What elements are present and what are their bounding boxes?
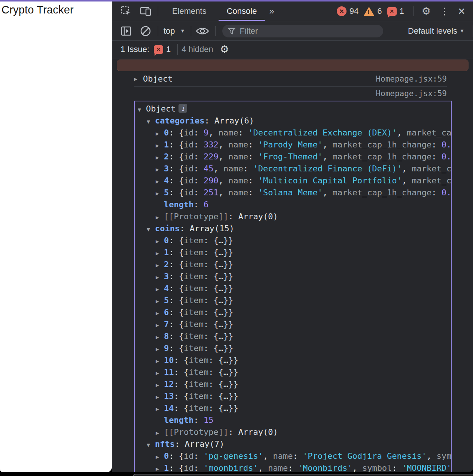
expand-arrow-icon[interactable]: ▶ [156, 427, 164, 438]
tab-elements[interactable]: Elements [162, 1, 217, 21]
issue-bar-label[interactable]: 1 Issue: [120, 45, 149, 54]
tree-row[interactable]: ▶1: {item: {…}} [135, 247, 451, 259]
expand-arrow-icon[interactable]: ▶ [156, 451, 164, 462]
warning-count-icon[interactable]: ! [364, 7, 374, 16]
inspect-element-button[interactable] [120, 6, 132, 17]
expand-arrow-icon[interactable]: ▶ [156, 391, 164, 402]
tree-row[interactable]: ▶8: {item: {…}} [135, 330, 451, 342]
issues-icon[interactable]: ✕ [387, 7, 397, 16]
filter-placeholder: Filter [239, 26, 258, 36]
console-settings-gear-icon[interactable]: ⚙ [220, 43, 229, 55]
collapse-arrow-icon[interactable]: ▼ [147, 116, 155, 127]
live-expression-button[interactable] [195, 26, 210, 36]
tree-segment-plain: : { [169, 140, 184, 149]
tree-row[interactable]: ▼categories: Array(6) [135, 115, 451, 127]
expand-arrow-icon[interactable]: ▶ [156, 152, 164, 163]
tree-row[interactable]: ▶11: {item: {…}} [135, 366, 451, 378]
expand-arrow-icon[interactable]: ▶ [156, 259, 164, 271]
tree-segment-key: coins [155, 224, 180, 233]
tree-row[interactable]: ▶5: {item: {…}} [135, 295, 451, 306]
screen: Crypto Tracker Elements Con [0, 0, 473, 476]
expand-arrow-icon[interactable]: ▶ [156, 283, 164, 295]
tree-row[interactable]: ▶[[Prototype]]: Array(0) [135, 426, 451, 438]
tree-row[interactable]: ▶7: {item: {…}} [135, 318, 451, 330]
close-devtools-icon[interactable]: ✕ [458, 6, 466, 17]
device-toolbar-button[interactable] [139, 6, 152, 17]
source-link[interactable]: Homepage.jsx:59 [376, 74, 447, 83]
tree-row[interactable]: ▼coins: Array(15) [135, 223, 451, 235]
context-selector[interactable]: top ▼ [162, 26, 185, 36]
expand-arrow-icon[interactable]: ▶ [156, 403, 164, 414]
more-tabs-button[interactable]: » [269, 6, 274, 16]
expand-arrow-icon[interactable]: ▶ [156, 271, 164, 283]
more-options-kebab-icon[interactable]: ⋮ [440, 6, 449, 17]
expand-arrow-icon[interactable]: ▶ [156, 247, 164, 259]
tree-segment-gkey: item [184, 344, 204, 353]
tree-segment-plain: : { [174, 403, 189, 413]
expand-arrow-icon[interactable]: ▶ [156, 331, 164, 342]
tree-row[interactable]: ▼Objecti [135, 103, 451, 115]
tree-segment-gkey: id [184, 152, 194, 161]
tree-row[interactable]: ▶4: {id: 290, name: 'Multicoin Capital P… [135, 175, 451, 187]
collapse-arrow-icon[interactable]: ▼ [147, 439, 155, 450]
expand-arrow-icon[interactable]: ▶ [156, 367, 164, 378]
expand-arrow-icon[interactable]: ▶ [156, 128, 164, 139]
tree-row[interactable]: ▶2: {id: 229, name: 'Frog-Themed', marke… [135, 151, 451, 163]
expand-arrow-icon[interactable]: ▶ [156, 211, 164, 223]
tree-row[interactable]: ▼nfts: Array(7) [135, 438, 451, 450]
tree-row[interactable]: ▶10: {item: {…}} [135, 354, 451, 366]
tree-row[interactable]: ▶3: {id: 45, name: 'Decentralized Financ… [135, 163, 451, 175]
tree-segment-gkey: market_cap_1h_change [332, 152, 431, 161]
console-error-message[interactable]: failed: [117, 59, 469, 71]
expand-arrow-icon[interactable]: ▶ [156, 463, 164, 472]
issues-count: 1 [400, 6, 404, 16]
collapse-arrow-icon[interactable]: ▼ [147, 223, 155, 235]
expand-arrow-icon[interactable]: ▶ [156, 164, 164, 175]
tab-elements-label: Elements [172, 6, 207, 16]
expand-arrow-icon[interactable]: ▶ [156, 343, 164, 354]
tree-row[interactable]: ▶2: {item: {…}} [135, 259, 451, 271]
hidden-messages-label[interactable]: 4 hidden [181, 45, 213, 54]
settings-gear-icon[interactable]: ⚙ [422, 5, 431, 17]
expand-arrow-icon[interactable]: ▶ [156, 235, 164, 247]
tree-row[interactable]: ▶9: {item: {…}} [135, 342, 451, 354]
tree-segment-plain: : { [169, 188, 184, 197]
clear-console-icon [140, 25, 152, 37]
expand-arrow-icon[interactable]: ▶ [156, 307, 164, 318]
object-label[interactable]: Object [143, 74, 173, 83]
tree-row[interactable]: length: 6 [135, 199, 451, 211]
tab-console[interactable]: Console [217, 1, 267, 21]
expand-arrow-icon[interactable]: ▶ [156, 319, 164, 330]
expand-arrow-icon[interactable]: ▶ [134, 76, 143, 82]
log-levels-selector[interactable]: Default levels ▼ [408, 26, 464, 36]
tree-row[interactable]: ▶14: {item: {…}} [135, 402, 451, 414]
expand-arrow-icon[interactable]: ▶ [156, 140, 164, 151]
error-count-icon[interactable]: ✕ [337, 6, 347, 16]
tree-segment-key: 4 [164, 176, 169, 185]
tree-row[interactable]: ▶1: {id: 332, name: 'Parody Meme', marke… [135, 139, 451, 151]
console-sidebar-toggle-button[interactable] [120, 26, 132, 36]
expand-arrow-icon[interactable]: ▶ [156, 379, 164, 390]
tree-row[interactable]: ▶6: {item: {…}} [135, 306, 451, 318]
tree-row[interactable]: ▶4: {item: {…}} [135, 283, 451, 295]
collapse-arrow-icon[interactable]: ▼ [138, 104, 146, 115]
tree-row[interactable]: ▶12: {item: {…}} [135, 378, 451, 390]
issue-bar-icon[interactable]: ✕ [154, 45, 163, 54]
tree-row[interactable]: ▶[[Prototype]]: Array(0) [135, 211, 451, 223]
tree-row[interactable]: ▶1: {id: 'moonbirds', name: 'Moonbirds',… [135, 462, 451, 472]
tree-row[interactable]: ▶0: {id: 9, name: 'Decentralized Exchang… [135, 127, 451, 139]
tree-row[interactable]: ▶3: {item: {…}} [135, 271, 451, 283]
tree-row[interactable]: ▶0: {id: 'pg-genesis', name: 'Project Go… [135, 450, 451, 462]
expand-arrow-icon[interactable]: ▶ [156, 355, 164, 366]
expand-arrow-icon[interactable]: ▶ [156, 176, 164, 187]
tree-row[interactable]: length: 15 [135, 414, 451, 426]
tree-segment-plain: : { [169, 272, 184, 281]
filter-input[interactable]: Filter [222, 25, 383, 37]
expand-arrow-icon[interactable]: ▶ [156, 187, 164, 199]
tree-row[interactable]: ▶5: {id: 251, name: 'Solana Meme', marke… [135, 187, 451, 199]
tree-row[interactable]: ▶13: {item: {…}} [135, 390, 451, 402]
tree-row[interactable]: ▶0: {item: {…}} [135, 235, 451, 247]
clear-console-button[interactable] [139, 25, 152, 37]
expand-arrow-icon[interactable]: ▶ [156, 295, 164, 306]
source-link-2[interactable]: Homepage.jsx:59 [376, 89, 447, 98]
